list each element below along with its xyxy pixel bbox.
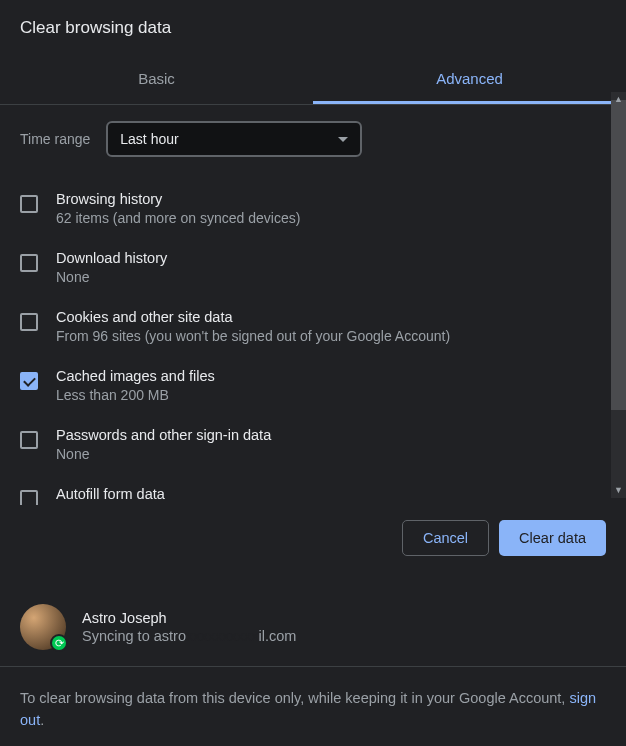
list-item: Browsing history62 items (and more on sy… [20,179,606,238]
checkbox[interactable] [20,372,38,390]
button-row: Cancel Clear data [402,520,606,556]
item-title: Download history [56,250,606,266]
account-text: Astro Joseph Syncing to astroxxxxxxxxxxi… [82,610,296,644]
item-subtitle: From 96 sites (you won't be signed out o… [56,328,606,344]
footer-note: To clear browsing data from this device … [20,688,606,732]
checkbox[interactable] [20,254,38,272]
scroll-up-icon[interactable]: ▲ [614,94,623,104]
list-item: Passwords and other sign-in dataNone [20,415,606,474]
checkbox[interactable] [20,490,38,505]
item-subtitle: None [56,269,606,285]
avatar [20,604,66,650]
tab-basic[interactable]: Basic [0,58,313,104]
item-text: Browsing history62 items (and more on sy… [56,191,606,226]
time-range-row: Time range Last hour [20,121,606,157]
item-text: Cached images and filesLess than 200 MB [56,368,606,403]
checkbox[interactable] [20,313,38,331]
clear-data-button[interactable]: Clear data [499,520,606,556]
item-text: Download historyNone [56,250,606,285]
item-title: Cached images and files [56,368,606,384]
list-item: Cached images and filesLess than 200 MB [20,356,606,415]
dialog-title: Clear browsing data [0,0,626,58]
checkbox[interactable] [20,195,38,213]
item-title: Browsing history [56,191,606,207]
tab-advanced[interactable]: Advanced [313,58,626,104]
chevron-down-icon [338,137,348,142]
list-item: Cookies and other site dataFrom 96 sites… [20,297,606,356]
list-item: Download historyNone [20,238,606,297]
item-title: Autofill form data [56,486,606,502]
checkbox[interactable] [20,431,38,449]
cancel-button[interactable]: Cancel [402,520,489,556]
item-text: Cookies and other site dataFrom 96 sites… [56,309,606,344]
sync-icon [50,634,68,652]
item-text: Autofill form data [56,486,606,505]
account-sync-status: Syncing to astroxxxxxxxxxxil.com [82,628,296,644]
list-item: Autofill form data [20,474,606,505]
content-area: Time range Last hour Browsing history62 … [0,105,626,505]
item-subtitle: None [56,446,606,462]
item-subtitle: Less than 200 MB [56,387,606,403]
item-subtitle: 62 items (and more on synced devices) [56,210,606,226]
account-name: Astro Joseph [82,610,296,626]
account-row: Astro Joseph Syncing to astroxxxxxxxxxxi… [0,594,626,667]
item-text: Passwords and other sign-in dataNone [56,427,606,462]
tabs: Basic Advanced [0,58,626,105]
time-range-value: Last hour [120,131,178,147]
item-title: Passwords and other sign-in data [56,427,606,443]
time-range-select[interactable]: Last hour [106,121,362,157]
time-range-label: Time range [20,131,90,147]
item-title: Cookies and other site data [56,309,606,325]
